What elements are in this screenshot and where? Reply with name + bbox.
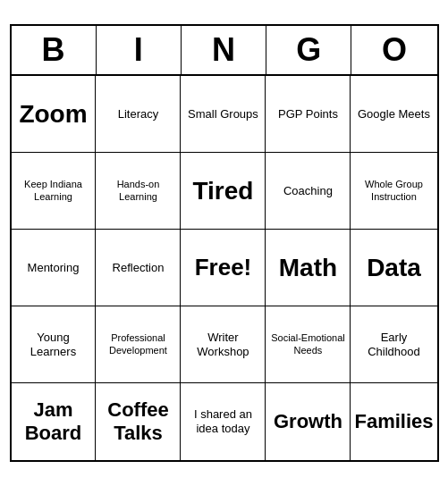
letter-b: B [12,26,97,74]
bingo-cell[interactable]: Zoom [12,76,97,153]
bingo-card: B I N G O ZoomLiteracySmall GroupsPGP Po… [10,24,439,462]
bingo-cell[interactable]: Social-Emotional Needs [266,306,351,383]
letter-i: I [97,26,182,74]
bingo-cell[interactable]: Jam Board [12,383,97,460]
bingo-cell[interactable]: Google Meets [351,76,436,153]
bingo-cell[interactable]: Keep Indiana Learning [12,153,97,230]
bingo-cell[interactable]: Coffee Talks [96,383,181,460]
bingo-cell[interactable]: PGP Points [266,76,351,153]
bingo-cell[interactable]: Families [351,383,436,460]
bingo-cell[interactable]: Data [351,230,436,306]
bingo-cell[interactable]: Writer Workshop [181,306,266,383]
bingo-cell[interactable]: Tired [181,153,266,230]
bingo-cell[interactable]: Early Childhood [351,306,436,383]
letter-n: N [182,26,266,74]
bingo-cell[interactable]: Coaching [266,153,351,230]
bingo-header: B I N G O [12,26,437,76]
bingo-cell[interactable]: Reflection [96,230,181,306]
bingo-cell[interactable]: Whole Group Instruction [351,153,436,230]
bingo-grid: ZoomLiteracySmall GroupsPGP PointsGoogle… [12,76,437,460]
letter-o: O [351,26,436,74]
bingo-cell[interactable]: Small Groups [181,76,266,153]
bingo-cell[interactable]: Mentoring [12,230,97,306]
bingo-cell[interactable]: Hands-on Learning [96,153,181,230]
bingo-cell[interactable]: Growth [266,383,351,460]
bingo-cell[interactable]: Free! [181,230,266,306]
bingo-cell[interactable]: Math [266,230,351,306]
bingo-cell[interactable]: Professional Development [96,306,181,383]
bingo-cell[interactable]: I shared an idea today [181,383,266,460]
bingo-cell[interactable]: Young Learners [12,306,97,383]
letter-g: G [266,26,351,74]
bingo-cell[interactable]: Literacy [96,76,181,153]
